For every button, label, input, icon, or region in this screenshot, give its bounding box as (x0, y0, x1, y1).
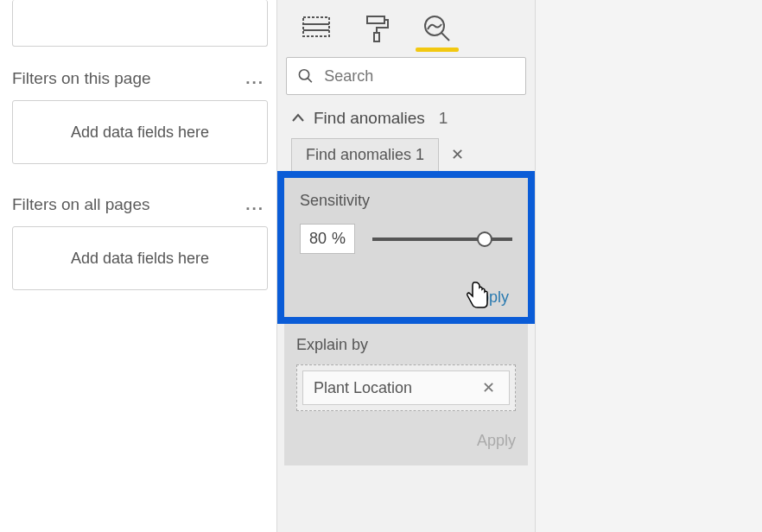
more-icon[interactable]: ... (245, 69, 268, 88)
field-chip-label: Plant Location (314, 379, 412, 397)
dropzone-text: Add data fields here (71, 250, 209, 268)
search-icon (297, 66, 314, 86)
sensitivity-slider[interactable] (372, 238, 512, 241)
explain-by-card: Explain by Plant Location ✕ Apply (284, 324, 528, 466)
more-icon[interactable]: ... (245, 195, 268, 214)
chevron-up-icon (291, 111, 305, 125)
percent-unit: % (332, 230, 346, 248)
search-box[interactable] (286, 57, 526, 95)
filters-page-header: Filters on this page (12, 69, 151, 88)
sensitivity-card-highlighted: Sensitivity 80 % Apply (277, 171, 535, 324)
analytics-magnifier-icon (422, 14, 452, 43)
table-icon (302, 14, 331, 43)
slider-thumb[interactable] (477, 231, 492, 247)
dropzone-text: Add data fields here (71, 124, 209, 142)
filter-card-collapsed[interactable] (12, 0, 268, 47)
svg-rect-0 (303, 17, 329, 36)
filters-page-header-row: Filters on this page ... (12, 69, 268, 88)
search-input[interactable] (324, 67, 515, 86)
close-icon[interactable]: ✕ (439, 145, 476, 164)
field-chip[interactable]: Plant Location ✕ (302, 370, 510, 405)
format-visual-tab[interactable] (362, 14, 391, 48)
explain-by-label: Explain by (296, 336, 516, 354)
anomaly-tab[interactable]: Find anomalies 1 (291, 138, 439, 171)
sensitivity-value: 80 (309, 230, 327, 248)
filters-all-pages-header-row: Filters on all pages ... (12, 195, 268, 214)
anomaly-tab-row: Find anomalies 1 ✕ (291, 138, 535, 171)
apply-button[interactable]: Apply (300, 288, 512, 307)
canvas-area (536, 0, 762, 532)
sensitivity-value-input[interactable]: 80 % (300, 224, 355, 254)
find-anomalies-accordion[interactable]: Find anomalies 1 (277, 95, 535, 138)
paint-roller-icon (362, 14, 391, 43)
apply-button-disabled: Apply (296, 432, 516, 450)
filters-allpages-dropzone[interactable]: Add data fields here (12, 226, 268, 290)
build-visual-tab[interactable] (302, 14, 331, 48)
explain-field-well[interactable]: Plant Location ✕ (296, 364, 516, 411)
sensitivity-label: Sensitivity (300, 192, 512, 210)
pane-tabs (277, 0, 535, 48)
visualizations-analytics-panel: Find anomalies 1 Find anomalies 1 ✕ Sens… (276, 0, 536, 532)
accordion-title: Find anomalies (314, 109, 425, 128)
svg-rect-3 (367, 16, 384, 23)
svg-rect-4 (374, 33, 379, 41)
analytics-tab[interactable] (422, 14, 452, 48)
accordion-count: 1 (439, 109, 448, 128)
filters-all-pages-header: Filters on all pages (12, 195, 149, 214)
svg-point-7 (299, 70, 308, 79)
remove-field-icon[interactable]: ✕ (479, 378, 498, 397)
filters-page-dropzone[interactable]: Add data fields here (12, 100, 268, 164)
active-tab-underline (416, 48, 459, 52)
filters-panel: Filters on this page ... Add data fields… (0, 0, 276, 532)
sensitivity-controls: 80 % (300, 224, 512, 254)
svg-line-6 (441, 33, 449, 41)
svg-line-8 (308, 78, 312, 82)
